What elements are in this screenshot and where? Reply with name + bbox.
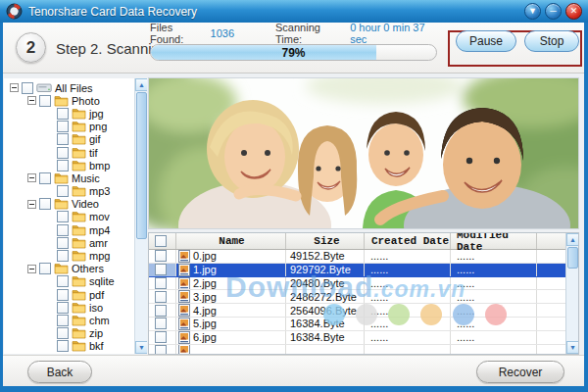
tree-item-mpg[interactable]: mpg (4, 249, 147, 262)
tree-item-amr[interactable]: amr (4, 236, 147, 249)
tree-scrollbar-thumb[interactable] (136, 92, 147, 239)
collapse-icon[interactable] (27, 265, 36, 273)
folder-icon (72, 224, 86, 236)
tree-item-mp4[interactable]: mp4 (4, 223, 147, 236)
table-row[interactable]: 1.jpg929792.Byte............ (149, 264, 578, 277)
tree-item-chm[interactable]: chm (4, 314, 147, 326)
checkbox[interactable] (39, 172, 51, 184)
checkbox[interactable] (57, 327, 69, 339)
table-scrollbar[interactable]: ▲ ▼ (565, 233, 578, 354)
collapse-icon[interactable] (27, 96, 36, 105)
checkbox[interactable] (57, 250, 69, 262)
drive-icon (36, 82, 52, 93)
select-all-checkbox[interactable] (155, 235, 167, 247)
row-checkbox[interactable] (155, 331, 167, 343)
checkbox[interactable] (57, 108, 69, 120)
folder-icon (72, 302, 86, 314)
tree-item-pdf[interactable]: pdf (4, 288, 147, 301)
app-icon (6, 3, 23, 20)
tree-item-gif[interactable]: gif (4, 133, 147, 146)
row-checkbox[interactable] (155, 250, 167, 262)
checkbox[interactable] (57, 133, 69, 145)
row-checkbox[interactable] (155, 264, 167, 275)
scroll-down-icon[interactable]: ▼ (566, 341, 579, 354)
collapse-icon[interactable] (10, 83, 19, 92)
checkbox[interactable] (39, 263, 51, 274)
checkbox[interactable] (57, 211, 69, 222)
column-header-modified[interactable]: Modified Date (451, 233, 537, 249)
table-scrollbar-thumb[interactable] (567, 247, 578, 269)
checkbox[interactable] (57, 237, 69, 249)
tree-item-photo[interactable]: Photo (4, 94, 147, 107)
row-checkbox[interactable] (155, 318, 167, 329)
tree-item-png[interactable]: png (4, 121, 147, 133)
table-row[interactable] (149, 345, 578, 355)
column-header-size[interactable]: Size (286, 233, 365, 249)
checkbox[interactable] (57, 315, 69, 326)
tree-item-partial[interactable] (4, 353, 147, 354)
table-row[interactable]: 3.jpg2486272.Byte............ (149, 290, 578, 304)
checkbox[interactable] (22, 82, 33, 94)
tree-item-others[interactable]: Others (4, 263, 147, 275)
checkbox[interactable] (57, 302, 69, 314)
modified-date: ...... (451, 264, 537, 276)
file-name: 5.jpg (193, 318, 217, 329)
tree-item-mov[interactable]: mov (4, 211, 147, 223)
column-header-name[interactable]: Name (176, 233, 286, 249)
checkbox[interactable] (39, 95, 51, 107)
checkbox[interactable] (57, 224, 69, 236)
tree-item-jpg[interactable]: jpg (4, 107, 147, 120)
table-row[interactable]: 2.jpg20480.Byte............ (149, 277, 578, 291)
checkbox[interactable] (39, 198, 51, 210)
tree-item-iso[interactable]: iso (4, 301, 147, 314)
row-checkbox[interactable] (155, 305, 167, 317)
table-row[interactable]: 5.jpg16384.Byte............ (149, 318, 578, 331)
row-checkbox[interactable] (155, 277, 167, 289)
collapse-icon[interactable] (27, 173, 36, 182)
checkbox[interactable] (57, 147, 69, 159)
tree-item-label: bkf (89, 340, 104, 352)
scroll-up-icon[interactable]: ▲ (566, 233, 579, 246)
checkbox[interactable] (57, 121, 69, 132)
row-checkbox[interactable] (155, 345, 167, 355)
column-header-created[interactable]: Created Date (365, 233, 451, 249)
tree-scrollbar[interactable]: ▲ ▼ (134, 78, 147, 354)
pause-button[interactable]: Pause (456, 30, 516, 52)
table-row[interactable]: 0.jpg49152.Byte............ (149, 250, 578, 264)
checkbox[interactable] (57, 185, 69, 197)
tree-item-tif[interactable]: tif (4, 146, 147, 159)
tree-item-bkf[interactable]: bkf (4, 340, 147, 353)
recover-button[interactable]: Recover (476, 361, 564, 383)
scroll-down-icon[interactable]: ▼ (135, 341, 147, 354)
tree-item-mp3[interactable]: mp3 (4, 185, 147, 198)
tree-item-video[interactable]: Video (4, 198, 147, 211)
file-name: 2.jpg (193, 277, 217, 289)
select-all-checkbox-cell[interactable] (149, 233, 176, 249)
tree-item-sqlite[interactable]: sqlite (4, 275, 147, 288)
tree-item-zip[interactable]: zip (4, 327, 147, 340)
file-size: 2486272.Byte (286, 290, 365, 303)
row-checkbox[interactable] (155, 291, 167, 303)
back-button[interactable]: Back (27, 361, 92, 383)
checkbox[interactable] (57, 275, 69, 287)
checkbox[interactable] (57, 289, 69, 301)
checkbox[interactable] (57, 340, 69, 352)
image-file-icon (178, 318, 190, 330)
collapse-icon[interactable] (27, 200, 36, 209)
close-button[interactable]: ✕ (565, 3, 582, 20)
table-row[interactable]: 6.jpg16384.Byte............ (149, 331, 578, 345)
tree-item-music[interactable]: Music (4, 172, 147, 184)
tree-item-all-files[interactable]: All Files (4, 81, 147, 94)
stop-button[interactable]: Stop (524, 30, 579, 52)
file-name: 1.jpg (193, 264, 217, 275)
tree-item-bmp[interactable]: bmp (4, 159, 147, 172)
table-row[interactable]: 4.jpg2564096.Byte............ (149, 304, 578, 318)
checkbox[interactable] (57, 160, 69, 172)
tree-item-label: bmp (89, 160, 110, 172)
scan-header: 2 Step 2. Scanning Files Found: 1036 Sca… (3, 23, 584, 74)
folder-icon (72, 133, 86, 145)
scroll-up-icon[interactable]: ▲ (135, 78, 147, 91)
tray-button[interactable]: ▼ (524, 3, 541, 20)
tree-item-label: chm (89, 315, 110, 326)
minimize-button[interactable]: ─ (545, 3, 562, 20)
